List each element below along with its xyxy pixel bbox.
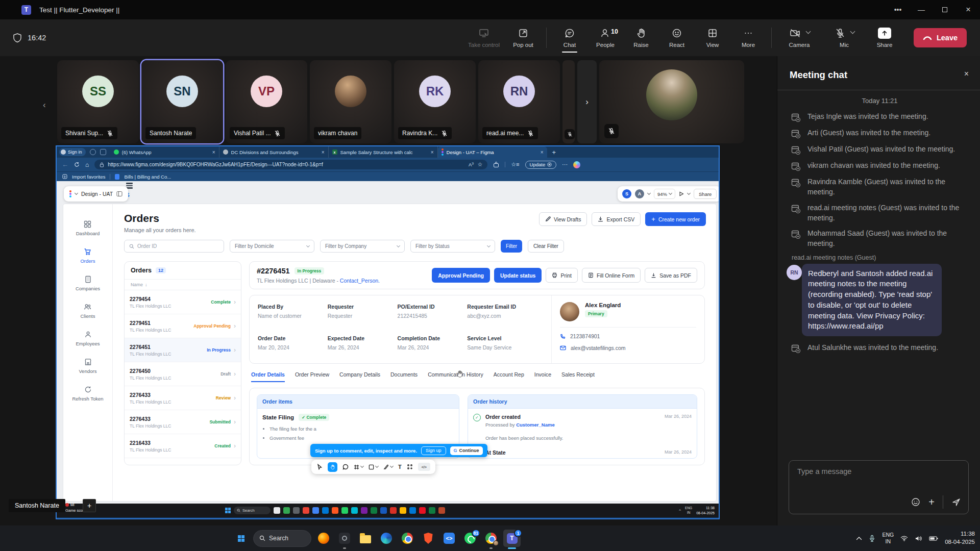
tab-group-icon[interactable] bbox=[90, 149, 96, 155]
detail-tab[interactable]: Documents bbox=[390, 371, 418, 382]
orders-name-column[interactable]: Name↓ bbox=[125, 279, 241, 290]
camera-options-chevron[interactable] bbox=[805, 29, 811, 34]
brave-icon[interactable] bbox=[420, 530, 437, 547]
emoji-icon[interactable] bbox=[911, 497, 920, 507]
shared-app-icon[interactable] bbox=[293, 507, 300, 514]
volume-icon[interactable] bbox=[915, 535, 922, 542]
update-status-button[interactable]: Update status bbox=[494, 268, 542, 283]
save-as-pdf-button[interactable]: Save as PDF bbox=[645, 268, 697, 283]
extensions-icon[interactable] bbox=[493, 162, 499, 168]
shared-app-icon[interactable] bbox=[409, 507, 416, 514]
clear-filter-button[interactable]: Clear Filter bbox=[528, 240, 564, 253]
tray-mic-icon[interactable] bbox=[869, 535, 875, 542]
browser-menu-icon[interactable]: ⋯ bbox=[562, 161, 568, 168]
detail-tab[interactable]: Sales Receipt bbox=[561, 371, 595, 382]
detail-tab[interactable]: Order Preview bbox=[295, 371, 329, 382]
collaborator-avatar[interactable]: A bbox=[635, 189, 644, 198]
favorites-bar-icon[interactable]: ☆≡ bbox=[511, 161, 519, 168]
doc-menu-chevron[interactable] bbox=[75, 191, 78, 195]
browser-update-button[interactable]: Update bbox=[525, 161, 557, 169]
chat-button[interactable]: Chat bbox=[553, 22, 586, 54]
participant-tile-partial[interactable] bbox=[562, 60, 575, 143]
shared-app-icon[interactable] bbox=[351, 507, 358, 514]
google-continue-button[interactable]: G Continue bbox=[450, 446, 483, 455]
browser-profile-button[interactable]: Sign in bbox=[59, 148, 86, 156]
participant-tile[interactable]: SN Santosh Narate bbox=[141, 60, 223, 143]
customer-name-link[interactable]: Customer_Name bbox=[516, 422, 555, 428]
language-indicator[interactable]: ENGIN bbox=[882, 532, 894, 544]
maximize-button[interactable] bbox=[933, 0, 957, 19]
url-bar[interactable]: https://www.figma.com/design/9BKQ0FOHRWa… bbox=[94, 160, 487, 169]
back-icon[interactable]: ← bbox=[62, 161, 68, 168]
taskbar-search[interactable]: Search bbox=[253, 530, 311, 547]
order-row[interactable]: 2276433 TL Flex Holdings LLC Submitted › bbox=[125, 410, 241, 434]
leave-button[interactable]: Leave bbox=[914, 28, 967, 47]
sidebar-item-orders[interactable]: Orders bbox=[80, 248, 95, 264]
copilot-icon[interactable] bbox=[573, 161, 580, 168]
favorite-star-icon[interactable]: ☆ bbox=[477, 161, 482, 168]
create-new-order-button[interactable]: + Create new order bbox=[645, 212, 706, 226]
browser-tab[interactable]: DC Divisions and Surroundings× bbox=[219, 146, 329, 158]
clock[interactable]: 11:3808-04-2025 bbox=[945, 530, 975, 546]
code-app-icon[interactable]: <> bbox=[440, 530, 458, 547]
shared-app-icon[interactable] bbox=[322, 507, 329, 514]
mic-options-chevron[interactable] bbox=[850, 29, 855, 34]
more-button[interactable]: More bbox=[731, 22, 765, 54]
order-row[interactable]: 2216433 TL Flex Holdings LLC Created › bbox=[125, 434, 241, 458]
participant-tile[interactable]: RK Ravindra K... bbox=[394, 60, 476, 143]
new-tab-button[interactable]: + bbox=[552, 148, 556, 156]
dark-app-icon[interactable] bbox=[336, 530, 353, 547]
home-icon[interactable]: ⌂ bbox=[85, 161, 89, 168]
shared-tray-chevron[interactable]: ^ bbox=[679, 508, 681, 513]
sign-up-button[interactable]: Sign up bbox=[421, 446, 446, 455]
figma-share-button[interactable]: Share bbox=[694, 189, 717, 199]
order-row[interactable]: 2276433 TL Flex Holdings LLC Review › bbox=[125, 386, 241, 410]
shared-app-icon[interactable] bbox=[332, 507, 338, 514]
chat-message-input[interactable]: Type a message + bbox=[789, 460, 969, 514]
sidebar-item-dashboard[interactable]: Dashboard bbox=[76, 220, 100, 236]
detail-tab[interactable]: Account Rep bbox=[494, 371, 524, 382]
shared-search[interactable]: Search bbox=[234, 507, 271, 514]
read-aloud-icon[interactable]: A)) bbox=[469, 162, 474, 167]
order-row[interactable]: 2279454 TL Flex Holdings LLC Complete › bbox=[125, 290, 241, 314]
sidebar-item-refresh-token[interactable]: Refresh Token bbox=[72, 386, 103, 402]
people-button[interactable]: 10 People bbox=[589, 22, 622, 54]
shared-clock[interactable]: 11:3808-04-2025 bbox=[696, 506, 715, 515]
zoom-control[interactable]: 94% bbox=[654, 189, 675, 199]
participant-tile[interactable]: SS Shivani Sup... bbox=[57, 60, 139, 143]
mic-button[interactable]: Mic bbox=[823, 22, 866, 54]
shared-app-icon[interactable] bbox=[419, 507, 426, 514]
sidebar-item-companies[interactable]: Companies bbox=[76, 276, 100, 291]
browser-tab[interactable]: x Sample Salary Structure with calc× bbox=[329, 146, 438, 158]
collaborators-chevron[interactable] bbox=[647, 191, 651, 195]
tab-close-icon[interactable]: × bbox=[431, 149, 434, 155]
whatsapp-icon[interactable]: 81 bbox=[461, 530, 479, 547]
refresh-icon[interactable] bbox=[74, 162, 80, 167]
shared-app-icon[interactable] bbox=[283, 507, 290, 514]
shape-tool[interactable] bbox=[369, 464, 378, 470]
tab-close-icon[interactable]: × bbox=[212, 149, 215, 155]
shared-app-icon[interactable] bbox=[429, 507, 435, 514]
view-button[interactable]: View bbox=[696, 22, 729, 54]
firefox-icon[interactable] bbox=[315, 530, 332, 547]
tab-close-icon[interactable]: × bbox=[541, 149, 544, 155]
order-row[interactable]: 2276450 TL Flex Holdings LLC Draft › bbox=[125, 362, 241, 386]
dev-mode-toggle[interactable]: </> bbox=[418, 463, 430, 471]
react-button[interactable]: React bbox=[660, 22, 694, 54]
import-favorites[interactable]: Import favorites bbox=[72, 174, 105, 180]
chrome-icon[interactable] bbox=[399, 530, 416, 547]
minimize-button[interactable]: — bbox=[910, 0, 933, 19]
present-chevron[interactable] bbox=[687, 191, 691, 195]
share-button[interactable]: Share bbox=[868, 22, 901, 54]
fill-online-form-button[interactable]: Fill Online Form bbox=[582, 268, 641, 283]
participants-scroll-left-icon[interactable]: ‹ bbox=[43, 100, 46, 110]
sidebar-item-employees[interactable]: Employees bbox=[76, 331, 100, 346]
move-tool-icon[interactable] bbox=[316, 464, 323, 470]
shared-app-icon[interactable] bbox=[274, 507, 280, 514]
export-csv-button[interactable]: Export CSV bbox=[592, 212, 641, 226]
attach-plus-icon[interactable]: + bbox=[928, 496, 935, 508]
participant-tile[interactable]: vikram chavan bbox=[310, 60, 391, 143]
layout-icon[interactable] bbox=[116, 191, 122, 197]
shared-app-icon[interactable] bbox=[361, 507, 368, 514]
bookmark-bills[interactable]: Bills | Billing and Co... bbox=[124, 174, 171, 180]
